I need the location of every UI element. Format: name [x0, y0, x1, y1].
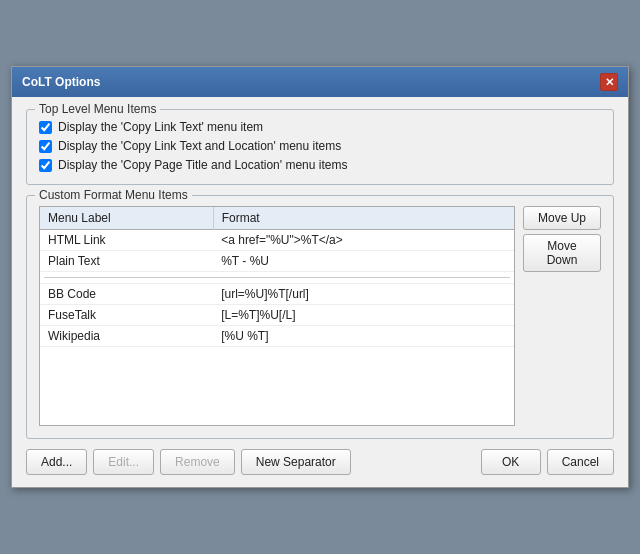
bottom-buttons-row: Add... Edit... Remove New Separator OK C…: [26, 449, 614, 475]
table-cell-label: Wikipedia: [40, 326, 213, 347]
checkbox-row-2: Display the 'Copy Link Text and Location…: [39, 139, 601, 153]
add-button[interactable]: Add...: [26, 449, 87, 475]
checkbox-copy-page-title[interactable]: [39, 159, 52, 172]
checkbox-row-1: Display the 'Copy Link Text' menu item: [39, 120, 601, 134]
custom-format-group: Custom Format Menu Items Menu Label Form…: [26, 195, 614, 439]
remove-button[interactable]: Remove: [160, 449, 235, 475]
table-cell-label: HTML Link: [40, 230, 213, 251]
separator-line: [44, 277, 510, 278]
side-buttons: Move Up Move Down: [523, 206, 601, 426]
title-bar: CoLT Options ✕: [12, 67, 628, 97]
table-and-buttons: Menu Label Format HTML Link<a href="%U">…: [39, 206, 601, 426]
checkbox-row-3: Display the 'Copy Page Title and Locatio…: [39, 158, 601, 172]
checkbox-copy-link-text-label[interactable]: Display the 'Copy Link Text' menu item: [58, 120, 263, 134]
table-cell-label: BB Code: [40, 284, 213, 305]
menu-table: Menu Label Format HTML Link<a href="%U">…: [40, 207, 514, 347]
move-up-button[interactable]: Move Up: [523, 206, 601, 230]
move-down-button[interactable]: Move Down: [523, 234, 601, 272]
dialog-title: CoLT Options: [22, 75, 100, 89]
table-row[interactable]: BB Code[url=%U]%T[/url]: [40, 284, 514, 305]
table-cell-label: Plain Text: [40, 251, 213, 272]
table-row[interactable]: Wikipedia[%U %T]: [40, 326, 514, 347]
dialog-body: Top Level Menu Items Display the 'Copy L…: [12, 97, 628, 487]
table-cell-format: [L=%T]%U[/L]: [213, 305, 514, 326]
table-cell-label: FuseTalk: [40, 305, 213, 326]
col-header-label: Menu Label: [40, 207, 213, 230]
top-level-group-label: Top Level Menu Items: [35, 102, 160, 116]
table-cell-format: <a href="%U">%T</a>: [213, 230, 514, 251]
cancel-button[interactable]: Cancel: [547, 449, 614, 475]
table-row[interactable]: FuseTalk[L=%T]%U[/L]: [40, 305, 514, 326]
table-header-row: Menu Label Format: [40, 207, 514, 230]
new-separator-button[interactable]: New Separator: [241, 449, 351, 475]
menu-table-container: Menu Label Format HTML Link<a href="%U">…: [39, 206, 515, 426]
top-level-group: Top Level Menu Items Display the 'Copy L…: [26, 109, 614, 185]
checkbox-copy-page-title-label[interactable]: Display the 'Copy Page Title and Locatio…: [58, 158, 347, 172]
table-body: HTML Link<a href="%U">%T</a>Plain Text%T…: [40, 230, 514, 347]
table-cell-format: %T - %U: [213, 251, 514, 272]
dialog-window: CoLT Options ✕ Top Level Menu Items Disp…: [11, 66, 629, 488]
table-cell-format: [url=%U]%T[/url]: [213, 284, 514, 305]
bottom-right-buttons: OK Cancel: [481, 449, 614, 475]
table-row[interactable]: Plain Text%T - %U: [40, 251, 514, 272]
close-button[interactable]: ✕: [600, 73, 618, 91]
ok-button[interactable]: OK: [481, 449, 541, 475]
table-row[interactable]: HTML Link<a href="%U">%T</a>: [40, 230, 514, 251]
checkbox-copy-link-text[interactable]: [39, 121, 52, 134]
table-cell-format: [%U %T]: [213, 326, 514, 347]
bottom-left-buttons: Add... Edit... Remove New Separator: [26, 449, 351, 475]
custom-format-group-label: Custom Format Menu Items: [35, 188, 192, 202]
separator-cell: [40, 272, 514, 284]
checkbox-copy-link-text-location-label[interactable]: Display the 'Copy Link Text and Location…: [58, 139, 341, 153]
edit-button[interactable]: Edit...: [93, 449, 154, 475]
table-separator-row: [40, 272, 514, 284]
col-header-format: Format: [213, 207, 514, 230]
checkbox-copy-link-text-location[interactable]: [39, 140, 52, 153]
